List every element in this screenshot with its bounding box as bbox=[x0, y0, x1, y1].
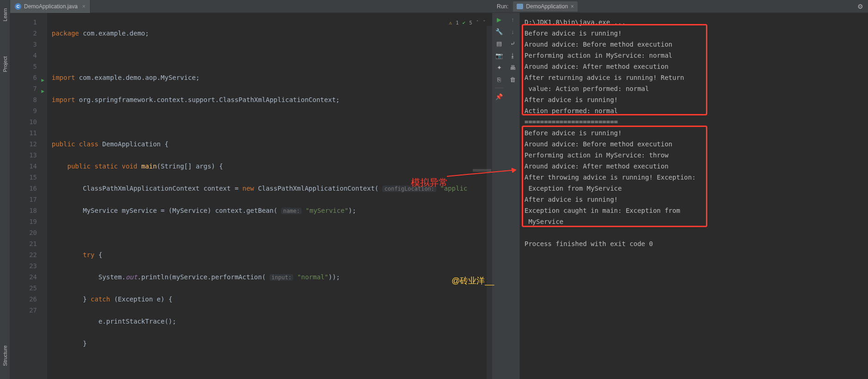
down-arrow-icon[interactable]: ↓ bbox=[509, 28, 517, 35]
application-icon bbox=[517, 4, 523, 9]
up-arrow-icon[interactable]: ↑ bbox=[509, 16, 517, 23]
star-icon[interactable]: ✦ bbox=[495, 64, 503, 71]
code-text[interactable]: package com.example.demo; import com.exa… bbox=[47, 13, 492, 379]
console-output[interactable]: D:\JDK1.8\bin\java.exe ...Before advice … bbox=[520, 13, 868, 379]
file-tab-label: DemoApplication.java bbox=[24, 3, 78, 10]
file-tab-active[interactable]: C DemoApplication.java × bbox=[10, 0, 90, 13]
run-tool-window: Run: DemoApplication × ⚙ ▶ 🔧 ▤ 📷 ✦ ⎘ 📌 ↑… bbox=[492, 0, 868, 379]
sidebar-tab-structure[interactable]: Structure bbox=[1, 342, 9, 370]
chevron-down-icon[interactable]: ˇ bbox=[482, 18, 486, 29]
sidebar-tab-learn[interactable]: Learn bbox=[1, 5, 9, 25]
gear-icon[interactable]: ⚙ bbox=[857, 3, 863, 10]
run-gutter-icon[interactable]: ▶ bbox=[41, 75, 44, 86]
run-gutter-icon[interactable]: ▶ bbox=[41, 86, 44, 97]
inspections-widget[interactable]: ⚠1 ✔5 ˆ ˇ bbox=[449, 18, 486, 29]
run-body: ▶ 🔧 ▤ 📷 ✦ ⎘ 📌 ↑ ↓ ⤶ ⭳ 🖶 🗑 D:\JDK1.8\bin\… bbox=[492, 13, 868, 379]
check-icon: ✔ bbox=[463, 18, 466, 29]
layout-icon[interactable]: ▤ bbox=[495, 40, 503, 47]
run-label: Run: bbox=[497, 3, 508, 10]
svg-line-0 bbox=[447, 170, 516, 176]
annotation-simulate-exception: 模拟异常 bbox=[411, 176, 448, 189]
run-toolbar-left: ▶ 🔧 ▤ 📷 ✦ ⎘ 📌 bbox=[492, 13, 506, 379]
scroll-to-end-icon[interactable]: ⭳ bbox=[509, 52, 517, 59]
svg-marker-1 bbox=[512, 168, 516, 173]
exit-icon[interactable]: ⎘ bbox=[495, 76, 503, 83]
trash-icon[interactable]: 🗑 bbox=[509, 76, 517, 83]
pin-icon[interactable]: 📌 bbox=[495, 93, 503, 100]
java-class-icon: C bbox=[15, 3, 21, 10]
sidebar-tab-project[interactable]: Project bbox=[1, 53, 9, 76]
close-icon[interactable]: × bbox=[571, 3, 574, 10]
watermark-text: @砖业洋__ bbox=[452, 275, 494, 286]
editor-scrollbar[interactable] bbox=[487, 26, 492, 379]
warning-icon: ⚠ bbox=[449, 18, 452, 29]
editor-tab-bar: C DemoApplication.java × bbox=[10, 0, 492, 13]
chevron-up-icon[interactable]: ˆ bbox=[476, 18, 479, 29]
separator bbox=[495, 88, 503, 88]
left-tool-strip: Learn Project Structure bbox=[0, 0, 10, 379]
annotation-arrow bbox=[447, 168, 521, 179]
rerun-icon[interactable]: ▶ bbox=[495, 16, 503, 23]
gutter: 1 2 3 4 5 6▶ 7▶ 8 9 10 11 12 13 14 15 16… bbox=[10, 13, 47, 379]
run-header: Run: DemoApplication × ⚙ bbox=[492, 0, 868, 13]
soft-wrap-icon[interactable]: ⤶ bbox=[509, 40, 517, 47]
run-config-tab[interactable]: DemoApplication × bbox=[513, 1, 578, 12]
editor-body[interactable]: 1 2 3 4 5 6▶ 7▶ 8 9 10 11 12 13 14 15 16… bbox=[10, 13, 492, 379]
wrench-icon[interactable]: 🔧 bbox=[495, 28, 503, 35]
run-toolbar-right: ↑ ↓ ⤶ ⭳ 🖶 🗑 bbox=[506, 13, 520, 379]
camera-icon[interactable]: 📷 bbox=[495, 52, 503, 59]
close-icon[interactable]: × bbox=[82, 3, 85, 10]
print-icon[interactable]: 🖶 bbox=[509, 64, 517, 71]
editor-area: C DemoApplication.java × 1 2 3 4 5 6▶ 7▶… bbox=[10, 0, 492, 379]
